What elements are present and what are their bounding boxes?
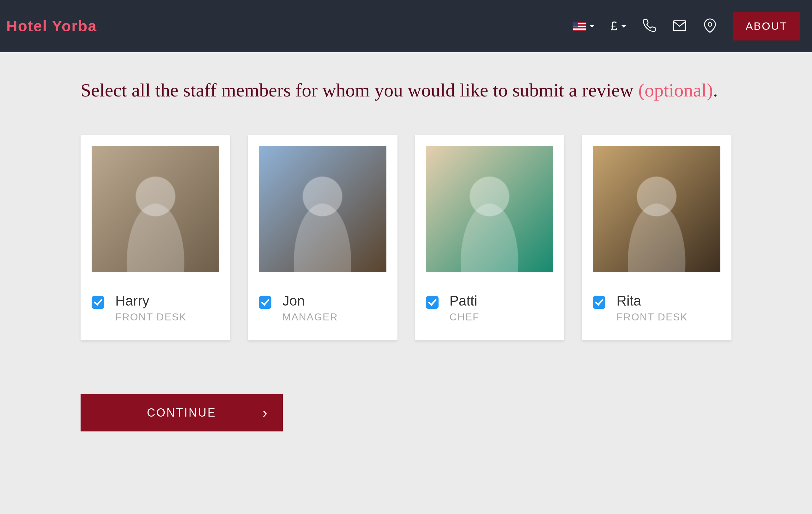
staff-photo xyxy=(426,146,554,272)
svg-point-1 xyxy=(708,23,712,26)
staff-card[interactable]: Harry FRONT DESK xyxy=(81,135,230,340)
chevron-right-icon: › xyxy=(263,405,268,421)
staff-name: Rita xyxy=(616,293,688,309)
staff-card[interactable]: Jon MANAGER xyxy=(248,135,398,340)
staff-name: Harry xyxy=(115,293,187,309)
chevron-down-icon xyxy=(621,25,626,28)
staff-role: FRONT DESK xyxy=(115,311,187,323)
staff-photo xyxy=(92,146,219,272)
staff-card[interactable]: Rita FRONT DESK xyxy=(582,135,731,340)
logo[interactable]: Hotel Yorba xyxy=(6,18,97,35)
staff-photo xyxy=(259,146,386,272)
continue-label: CONTINUE xyxy=(147,406,216,420)
staff-role: MANAGER xyxy=(283,311,338,323)
staff-name: Jon xyxy=(283,293,338,309)
prompt-text-end: . xyxy=(713,80,718,101)
phone-icon[interactable] xyxy=(642,18,657,34)
svg-rect-0 xyxy=(674,21,686,30)
currency-selector[interactable]: £ xyxy=(610,19,626,33)
continue-button[interactable]: CONTINUE › xyxy=(81,394,283,431)
chevron-down-icon xyxy=(589,25,594,28)
map-pin-icon[interactable] xyxy=(703,18,717,34)
staff-checkbox[interactable] xyxy=(92,296,104,309)
staff-role: CHEF xyxy=(450,311,480,323)
staff-photo xyxy=(593,146,720,272)
page-title: Select all the staff members for whom yo… xyxy=(81,78,731,103)
staff-checkbox[interactable] xyxy=(593,296,605,309)
staff-name: Patti xyxy=(450,293,480,309)
us-flag-icon xyxy=(573,22,586,31)
staff-role: FRONT DESK xyxy=(616,311,688,323)
prompt-optional: (optional) xyxy=(638,80,713,101)
staff-checkbox[interactable] xyxy=(426,296,439,309)
mail-icon[interactable] xyxy=(672,18,687,34)
staff-checkbox[interactable] xyxy=(259,296,271,309)
staff-card[interactable]: Patti CHEF xyxy=(415,135,564,340)
currency-symbol: £ xyxy=(610,19,617,33)
language-selector[interactable] xyxy=(573,22,594,31)
about-button[interactable]: ABOUT xyxy=(733,12,800,40)
prompt-text: Select all the staff members for whom yo… xyxy=(81,80,638,101)
